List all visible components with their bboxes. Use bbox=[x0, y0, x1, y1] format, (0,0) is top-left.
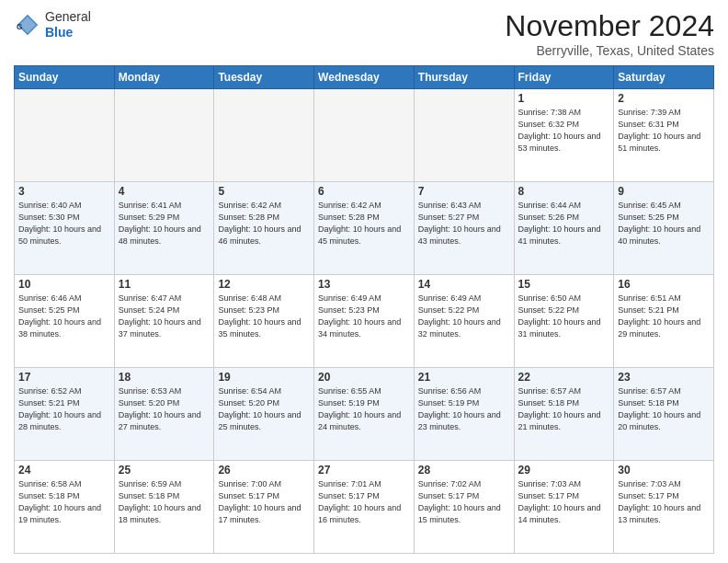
logo-blue: Blue bbox=[45, 25, 91, 40]
day-number: 29 bbox=[518, 464, 610, 477]
day-info: Sunrise: 6:58 AMSunset: 5:18 PMDaylight:… bbox=[18, 478, 110, 526]
calendar-cell-21: 21Sunrise: 6:56 AMSunset: 5:19 PMDayligh… bbox=[414, 368, 514, 461]
day-info: Sunrise: 7:01 AMSunset: 5:17 PMDaylight:… bbox=[318, 478, 410, 526]
day-info: Sunrise: 7:39 AMSunset: 6:31 PMDaylight:… bbox=[618, 107, 710, 155]
day-info: Sunrise: 6:43 AMSunset: 5:27 PMDaylight:… bbox=[418, 200, 510, 247]
calendar-cell-1: 1Sunrise: 7:38 AMSunset: 6:32 PMDaylight… bbox=[514, 89, 614, 182]
day-number: 22 bbox=[518, 371, 610, 384]
day-info: Sunrise: 6:52 AMSunset: 5:21 PMDaylight:… bbox=[18, 385, 110, 433]
calendar-week-2: 3Sunrise: 6:40 AMSunset: 5:30 PMDaylight… bbox=[15, 182, 714, 275]
calendar-cell-2: 2Sunrise: 7:39 AMSunset: 6:31 PMDaylight… bbox=[614, 89, 714, 182]
day-number: 2 bbox=[618, 92, 710, 105]
day-info: Sunrise: 7:02 AMSunset: 5:17 PMDaylight:… bbox=[418, 478, 510, 526]
calendar-header-monday: Monday bbox=[114, 66, 214, 89]
day-number: 15 bbox=[518, 278, 610, 291]
calendar-cell-4: 4Sunrise: 6:41 AMSunset: 5:29 PMDaylight… bbox=[114, 182, 214, 275]
day-info: Sunrise: 6:54 AMSunset: 5:20 PMDaylight:… bbox=[218, 385, 310, 433]
calendar-header-tuesday: Tuesday bbox=[214, 66, 314, 89]
calendar-header-sunday: Sunday bbox=[15, 66, 115, 89]
logo-text: General Blue bbox=[45, 9, 91, 40]
calendar-cell-5: 5Sunrise: 6:42 AMSunset: 5:28 PMDaylight… bbox=[214, 182, 314, 275]
calendar-cell-17: 17Sunrise: 6:52 AMSunset: 5:21 PMDayligh… bbox=[15, 368, 115, 461]
calendar-cell-20: 20Sunrise: 6:55 AMSunset: 5:19 PMDayligh… bbox=[314, 368, 415, 461]
calendar-cell-22: 22Sunrise: 6:57 AMSunset: 5:18 PMDayligh… bbox=[514, 368, 614, 461]
calendar-header-friday: Friday bbox=[514, 66, 614, 89]
calendar-cell-15: 15Sunrise: 6:50 AMSunset: 5:22 PMDayligh… bbox=[514, 275, 614, 368]
day-number: 24 bbox=[18, 464, 110, 477]
calendar-cell-23: 23Sunrise: 6:57 AMSunset: 5:18 PMDayligh… bbox=[614, 368, 714, 461]
day-number: 9 bbox=[618, 185, 710, 198]
day-number: 12 bbox=[218, 278, 310, 291]
day-info: Sunrise: 7:03 AMSunset: 5:17 PMDaylight:… bbox=[518, 478, 610, 526]
day-info: Sunrise: 7:03 AMSunset: 5:17 PMDaylight:… bbox=[618, 478, 710, 526]
day-info: Sunrise: 6:59 AMSunset: 5:18 PMDaylight:… bbox=[119, 478, 210, 526]
calendar-table: SundayMondayTuesdayWednesdayThursdayFrid… bbox=[14, 65, 714, 554]
day-number: 23 bbox=[618, 371, 710, 384]
day-number: 6 bbox=[318, 185, 410, 198]
calendar-header-thursday: Thursday bbox=[414, 66, 514, 89]
calendar-cell-empty bbox=[15, 89, 115, 182]
calendar-cell-19: 19Sunrise: 6:54 AMSunset: 5:20 PMDayligh… bbox=[214, 368, 314, 461]
day-info: Sunrise: 6:55 AMSunset: 5:19 PMDaylight:… bbox=[318, 385, 410, 433]
calendar-cell-27: 27Sunrise: 7:01 AMSunset: 5:17 PMDayligh… bbox=[314, 461, 415, 554]
calendar-header-saturday: Saturday bbox=[614, 66, 714, 89]
day-number: 11 bbox=[119, 278, 210, 291]
calendar-cell-8: 8Sunrise: 6:44 AMSunset: 5:26 PMDaylight… bbox=[514, 182, 614, 275]
day-number: 14 bbox=[418, 278, 510, 291]
day-info: Sunrise: 6:40 AMSunset: 5:30 PMDaylight:… bbox=[18, 200, 110, 247]
calendar-cell-empty bbox=[214, 89, 314, 182]
day-number: 25 bbox=[119, 464, 210, 477]
day-info: Sunrise: 6:57 AMSunset: 5:18 PMDaylight:… bbox=[518, 385, 610, 433]
calendar-cell-empty bbox=[414, 89, 514, 182]
calendar-cell-14: 14Sunrise: 6:49 AMSunset: 5:22 PMDayligh… bbox=[414, 275, 514, 368]
day-info: Sunrise: 6:46 AMSunset: 5:25 PMDaylight:… bbox=[18, 293, 110, 340]
calendar-cell-9: 9Sunrise: 6:45 AMSunset: 5:25 PMDaylight… bbox=[614, 182, 714, 275]
day-number: 20 bbox=[318, 371, 410, 384]
title-section: November 2024 Berryville, Texas, United … bbox=[505, 9, 714, 58]
day-number: 13 bbox=[318, 278, 410, 291]
calendar-week-1: 1Sunrise: 7:38 AMSunset: 6:32 PMDaylight… bbox=[15, 89, 714, 182]
header: G General Blue November 2024 Berryville,… bbox=[14, 9, 714, 58]
day-number: 10 bbox=[18, 278, 110, 291]
day-number: 18 bbox=[119, 371, 210, 384]
day-number: 26 bbox=[218, 464, 310, 477]
calendar-cell-11: 11Sunrise: 6:47 AMSunset: 5:24 PMDayligh… bbox=[114, 275, 214, 368]
month-title: November 2024 bbox=[505, 9, 714, 43]
logo: G General Blue bbox=[14, 9, 91, 40]
day-info: Sunrise: 6:53 AMSunset: 5:20 PMDaylight:… bbox=[119, 385, 210, 433]
calendar-cell-7: 7Sunrise: 6:43 AMSunset: 5:27 PMDaylight… bbox=[414, 182, 514, 275]
calendar-cell-30: 30Sunrise: 7:03 AMSunset: 5:17 PMDayligh… bbox=[614, 461, 714, 554]
page: G General Blue November 2024 Berryville,… bbox=[0, 0, 728, 563]
day-number: 19 bbox=[218, 371, 310, 384]
calendar-cell-24: 24Sunrise: 6:58 AMSunset: 5:18 PMDayligh… bbox=[15, 461, 115, 554]
calendar-cell-13: 13Sunrise: 6:49 AMSunset: 5:23 PMDayligh… bbox=[314, 275, 415, 368]
day-info: Sunrise: 6:51 AMSunset: 5:21 PMDaylight:… bbox=[618, 293, 710, 340]
calendar-cell-26: 26Sunrise: 7:00 AMSunset: 5:17 PMDayligh… bbox=[214, 461, 314, 554]
day-number: 8 bbox=[518, 185, 610, 198]
day-info: Sunrise: 7:38 AMSunset: 6:32 PMDaylight:… bbox=[518, 107, 610, 155]
day-info: Sunrise: 6:49 AMSunset: 5:22 PMDaylight:… bbox=[418, 293, 510, 340]
svg-text:G: G bbox=[17, 22, 22, 30]
day-number: 4 bbox=[119, 185, 210, 198]
day-info: Sunrise: 6:49 AMSunset: 5:23 PMDaylight:… bbox=[318, 293, 410, 340]
location: Berryville, Texas, United States bbox=[505, 43, 714, 58]
calendar-cell-16: 16Sunrise: 6:51 AMSunset: 5:21 PMDayligh… bbox=[614, 275, 714, 368]
day-info: Sunrise: 6:45 AMSunset: 5:25 PMDaylight:… bbox=[618, 200, 710, 247]
day-info: Sunrise: 6:57 AMSunset: 5:18 PMDaylight:… bbox=[618, 385, 710, 433]
calendar-cell-18: 18Sunrise: 6:53 AMSunset: 5:20 PMDayligh… bbox=[114, 368, 214, 461]
calendar-week-3: 10Sunrise: 6:46 AMSunset: 5:25 PMDayligh… bbox=[15, 275, 714, 368]
calendar-header-row: SundayMondayTuesdayWednesdayThursdayFrid… bbox=[15, 66, 714, 89]
day-info: Sunrise: 6:42 AMSunset: 5:28 PMDaylight:… bbox=[218, 200, 310, 247]
calendar-week-4: 17Sunrise: 6:52 AMSunset: 5:21 PMDayligh… bbox=[15, 368, 714, 461]
calendar-cell-6: 6Sunrise: 6:42 AMSunset: 5:28 PMDaylight… bbox=[314, 182, 415, 275]
day-number: 7 bbox=[418, 185, 510, 198]
day-info: Sunrise: 6:50 AMSunset: 5:22 PMDaylight:… bbox=[518, 293, 610, 340]
calendar-cell-25: 25Sunrise: 6:59 AMSunset: 5:18 PMDayligh… bbox=[114, 461, 214, 554]
calendar-cell-10: 10Sunrise: 6:46 AMSunset: 5:25 PMDayligh… bbox=[15, 275, 115, 368]
day-number: 17 bbox=[18, 371, 110, 384]
day-info: Sunrise: 7:00 AMSunset: 5:17 PMDaylight:… bbox=[218, 478, 310, 526]
day-info: Sunrise: 6:56 AMSunset: 5:19 PMDaylight:… bbox=[418, 385, 510, 433]
logo-icon: G bbox=[14, 11, 41, 39]
day-info: Sunrise: 6:47 AMSunset: 5:24 PMDaylight:… bbox=[119, 293, 210, 340]
day-number: 1 bbox=[518, 92, 610, 105]
